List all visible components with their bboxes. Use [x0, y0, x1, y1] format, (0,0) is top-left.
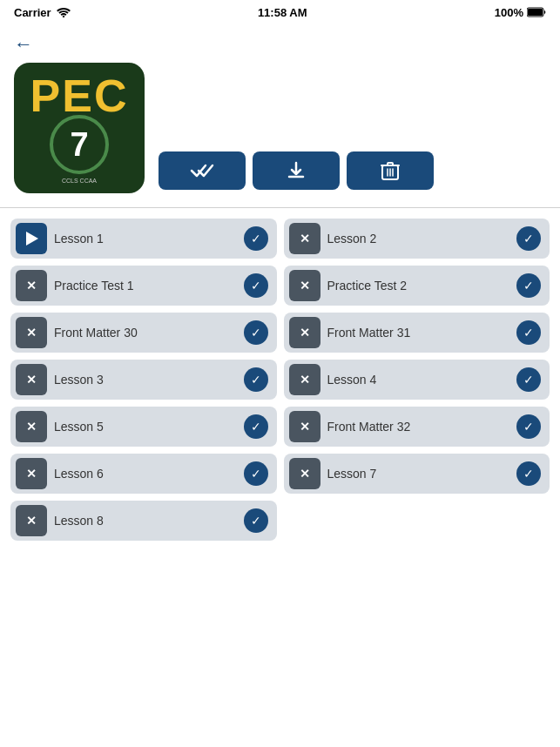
x-icon: ✕: [16, 505, 47, 536]
x-symbol: ✕: [300, 232, 310, 246]
list-item[interactable]: ✕Lesson 3✓: [10, 360, 277, 400]
app-icon-logo: CCLS CCAA: [62, 178, 97, 184]
x-icon: ✕: [289, 317, 320, 348]
status-bar: Carrier 11:58 AM 100%: [0, 0, 560, 24]
wifi-icon: [57, 7, 71, 17]
list-item[interactable]: ✕Practice Test 2✓: [284, 266, 550, 306]
x-symbol: ✕: [300, 326, 310, 340]
check-badge: ✓: [244, 367, 268, 392]
x-symbol: ✕: [300, 467, 310, 481]
divider: [0, 207, 560, 208]
carrier-text: Carrier: [14, 6, 51, 19]
x-symbol: ✕: [26, 467, 37, 481]
check-badge: ✓: [516, 320, 541, 345]
list-item[interactable]: ✕Lesson 8✓: [10, 501, 277, 541]
item-label: Lesson 7: [327, 467, 510, 481]
double-check-button[interactable]: [159, 151, 246, 190]
carrier-label: Carrier: [14, 6, 71, 19]
trash-icon: [381, 160, 400, 181]
check-icon: ✓: [523, 232, 534, 246]
x-icon: ✕: [16, 317, 47, 348]
item-label: Front Matter 31: [327, 326, 510, 340]
app-icon-pec-text: PEC: [30, 73, 129, 118]
content-grid: Lesson 1✓✕Lesson 2✓✕Practice Test 1✓✕Pra…: [0, 219, 560, 541]
download-icon: [286, 160, 307, 181]
item-label: Lesson 3: [54, 373, 237, 387]
x-symbol: ✕: [26, 514, 37, 528]
check-badge: ✓: [516, 414, 541, 439]
list-item[interactable]: ✕Front Matter 32✓: [284, 407, 550, 447]
list-item[interactable]: ✕Lesson 6✓: [10, 454, 277, 494]
item-label: Practice Test 1: [54, 279, 237, 293]
x-symbol: ✕: [26, 420, 37, 434]
check-icon: ✓: [523, 326, 534, 340]
item-label: Lesson 1: [54, 232, 237, 246]
play-icon: [16, 223, 47, 254]
x-symbol: ✕: [26, 373, 37, 387]
action-buttons: [159, 151, 434, 193]
list-item[interactable]: ✕Lesson 4✓: [284, 360, 550, 400]
check-badge: ✓: [516, 273, 541, 298]
check-badge: ✓: [244, 226, 268, 251]
check-icon: ✓: [251, 279, 261, 293]
check-icon: ✓: [251, 326, 261, 340]
item-label: Front Matter 32: [327, 420, 510, 434]
list-item[interactable]: ✕Front Matter 31✓: [284, 313, 550, 353]
check-icon: ✓: [251, 373, 261, 387]
play-triangle-icon: [26, 232, 38, 246]
app-icon-circle: 7: [50, 115, 109, 174]
check-icon: ✓: [251, 232, 261, 246]
check-icon: ✓: [523, 467, 534, 481]
check-icon: ✓: [523, 420, 534, 434]
check-icon: ✓: [523, 373, 534, 387]
battery-label: 100%: [495, 6, 523, 19]
double-check-icon: [190, 162, 214, 179]
list-item[interactable]: ✕Lesson 2✓: [284, 219, 550, 259]
item-label: Lesson 5: [54, 420, 237, 434]
check-badge: ✓: [244, 508, 268, 533]
x-icon: ✕: [289, 270, 320, 301]
list-item[interactable]: Lesson 1✓: [10, 219, 277, 259]
check-badge: ✓: [516, 367, 541, 392]
x-icon: ✕: [16, 270, 47, 301]
app-icon: PEC 7 CCLS CCAA: [14, 63, 145, 193]
app-icon-number: 7: [70, 128, 88, 161]
header-area: PEC 7 CCLS CCAA: [0, 63, 560, 207]
back-button-row: ←: [0, 24, 560, 63]
svg-rect-2: [528, 9, 543, 16]
item-label: Lesson 4: [327, 373, 510, 387]
item-label: Front Matter 30: [54, 326, 237, 340]
trash-button[interactable]: [347, 151, 434, 190]
list-item[interactable]: ✕Lesson 5✓: [10, 407, 277, 447]
item-label: Practice Test 2: [327, 279, 510, 293]
item-label: Lesson 2: [327, 232, 510, 246]
check-badge: ✓: [244, 414, 268, 439]
x-symbol: ✕: [300, 420, 310, 434]
x-symbol: ✕: [26, 326, 37, 340]
x-icon: ✕: [289, 364, 320, 395]
battery-icon: [527, 7, 546, 17]
battery-area: 100%: [495, 6, 546, 19]
time-display: 11:58 AM: [258, 6, 307, 19]
x-icon: ✕: [16, 411, 47, 442]
x-symbol: ✕: [300, 373, 310, 387]
check-badge: ✓: [244, 273, 268, 298]
x-symbol: ✕: [300, 279, 310, 293]
x-icon: ✕: [289, 411, 320, 442]
back-button[interactable]: ←: [14, 33, 33, 56]
x-icon: ✕: [16, 458, 47, 489]
check-badge: ✓: [244, 320, 268, 345]
item-label: Lesson 6: [54, 467, 237, 481]
check-badge: ✓: [244, 461, 268, 486]
check-icon: ✓: [251, 467, 261, 481]
list-item[interactable]: ✕Front Matter 30✓: [10, 313, 277, 353]
list-item[interactable]: ✕Practice Test 1✓: [10, 266, 277, 306]
x-symbol: ✕: [26, 279, 37, 293]
x-icon: ✕: [289, 223, 320, 254]
x-icon: ✕: [289, 458, 320, 489]
download-button[interactable]: [253, 151, 340, 190]
list-item[interactable]: ✕Lesson 7✓: [284, 454, 550, 494]
check-badge: ✓: [516, 461, 541, 486]
x-icon: ✕: [16, 364, 47, 395]
item-label: Lesson 8: [54, 514, 237, 528]
